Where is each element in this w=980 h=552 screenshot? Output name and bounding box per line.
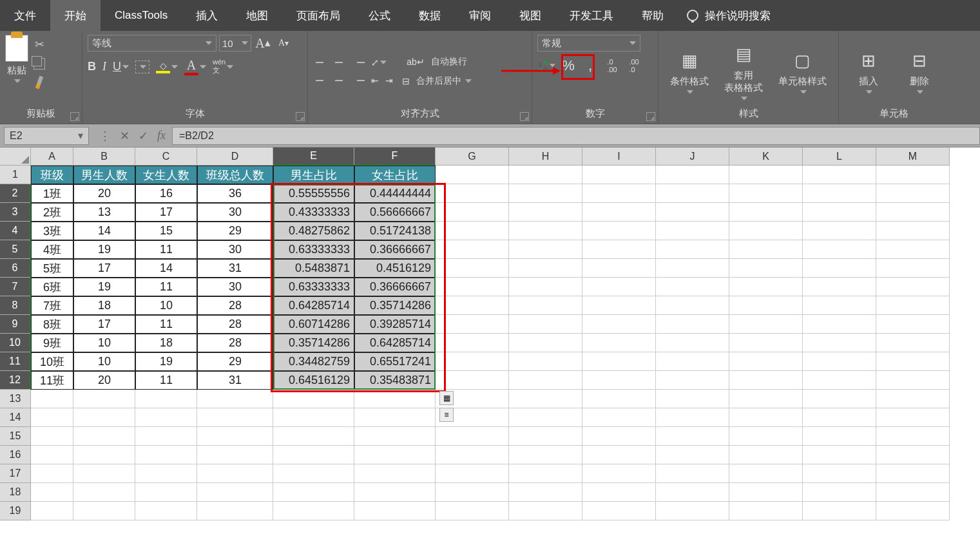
- cell-J3[interactable]: [656, 203, 729, 222]
- cell-B7[interactable]: 19: [73, 278, 135, 296]
- cell-D14[interactable]: [197, 408, 273, 427]
- cell-C13[interactable]: [135, 390, 197, 408]
- cell-E4[interactable]: 0.48275862: [273, 222, 354, 240]
- row-header-7[interactable]: 7: [0, 278, 31, 296]
- cell-E13[interactable]: [273, 390, 354, 408]
- cell-A9[interactable]: 8班: [31, 315, 73, 334]
- cell-G7[interactable]: [436, 278, 509, 296]
- percent-style-button[interactable]: %: [559, 58, 577, 73]
- cell-B6[interactable]: 17: [73, 259, 135, 278]
- cell-C11[interactable]: 19: [135, 352, 197, 371]
- row-header-2[interactable]: 2: [0, 184, 31, 203]
- borders-button[interactable]: [135, 61, 149, 73]
- cell-F14[interactable]: [354, 408, 436, 427]
- cell-H16[interactable]: [509, 446, 582, 464]
- cell-K17[interactable]: [729, 464, 803, 483]
- cell-L12[interactable]: [803, 371, 876, 390]
- cell-E10[interactable]: 0.35714286: [273, 334, 354, 352]
- cell-G9[interactable]: [436, 315, 509, 334]
- decrease-decimal-button[interactable]: .00.0: [625, 58, 643, 73]
- cell-E18[interactable]: [273, 483, 354, 502]
- formula-input[interactable]: =B2/D2: [172, 127, 980, 145]
- cell-H14[interactable]: [509, 408, 582, 427]
- cell-D6[interactable]: 31: [197, 259, 273, 278]
- cell-I1[interactable]: [582, 166, 656, 184]
- col-header-D[interactable]: D: [197, 148, 273, 166]
- tell-me-search[interactable]: 操作说明搜索: [678, 0, 780, 31]
- cell-B12[interactable]: 20: [73, 371, 135, 390]
- cell-M13[interactable]: [876, 390, 950, 408]
- cell-J11[interactable]: [656, 352, 729, 371]
- cell-J7[interactable]: [656, 278, 729, 296]
- cell-L16[interactable]: [803, 446, 876, 464]
- cell-A16[interactable]: [31, 446, 73, 464]
- cell-J8[interactable]: [656, 296, 729, 315]
- phonetic-button[interactable]: wén文: [213, 58, 233, 75]
- cell-L6[interactable]: [803, 259, 876, 278]
- increase-decimal-button[interactable]: .0.00: [603, 58, 621, 73]
- row-header-6[interactable]: 6: [0, 259, 31, 278]
- cell-I18[interactable]: [582, 483, 656, 502]
- cell-E2[interactable]: 0.55555556: [273, 184, 354, 203]
- font-launcher[interactable]: [296, 112, 305, 121]
- cell-G1[interactable]: [436, 166, 509, 184]
- cell-E17[interactable]: [273, 464, 354, 483]
- cell-M2[interactable]: [876, 184, 950, 203]
- cell-K13[interactable]: [729, 390, 803, 408]
- cell-C19[interactable]: [135, 502, 197, 520]
- cell-G11[interactable]: [436, 352, 509, 371]
- increase-font-button[interactable]: A▴: [254, 35, 272, 51]
- format-as-table-button[interactable]: ▤套用 表格格式: [724, 43, 763, 100]
- col-header-C[interactable]: C: [135, 148, 197, 166]
- cell-G15[interactable]: [436, 427, 509, 446]
- cell-J14[interactable]: [656, 408, 729, 427]
- cell-H12[interactable]: [509, 371, 582, 390]
- cell-B2[interactable]: 20: [73, 184, 135, 203]
- cell-C18[interactable]: [135, 483, 197, 502]
- cell-L13[interactable]: [803, 390, 876, 408]
- cell-D18[interactable]: [197, 483, 273, 502]
- cell-B11[interactable]: 10: [73, 352, 135, 371]
- tab-ClassTools[interactable]: ClassTools: [101, 0, 182, 31]
- merge-center-button[interactable]: ⊟合并后居中: [402, 75, 472, 87]
- select-all-corner[interactable]: [0, 148, 31, 166]
- tab-页面布局[interactable]: 页面布局: [282, 0, 354, 31]
- cell-B9[interactable]: 17: [73, 315, 135, 334]
- align-middle-button[interactable]: [332, 57, 345, 68]
- cell-L5[interactable]: [803, 240, 876, 259]
- tab-插入[interactable]: 插入: [182, 0, 232, 31]
- row-header-12[interactable]: 12: [0, 371, 31, 390]
- cell-D16[interactable]: [197, 446, 273, 464]
- comma-style-button[interactable]: ,: [581, 58, 599, 73]
- align-bottom-button[interactable]: [352, 57, 365, 68]
- wrap-text-button[interactable]: ab↵自动换行: [402, 56, 472, 68]
- decrease-indent-button[interactable]: ⇤: [371, 75, 379, 86]
- cell-M19[interactable]: [876, 502, 950, 520]
- row-header-13[interactable]: 13: [0, 390, 31, 408]
- cell-D4[interactable]: 29: [197, 222, 273, 240]
- row-header-8[interactable]: 8: [0, 296, 31, 315]
- cell-D15[interactable]: [197, 427, 273, 446]
- cell-A11[interactable]: 10班: [31, 352, 73, 371]
- cell-C17[interactable]: [135, 464, 197, 483]
- cell-J2[interactable]: [656, 184, 729, 203]
- cell-G17[interactable]: [436, 464, 509, 483]
- cell-B4[interactable]: 14: [73, 222, 135, 240]
- cell-H13[interactable]: [509, 390, 582, 408]
- cell-F10[interactable]: 0.64285714: [354, 334, 436, 352]
- cell-B13[interactable]: [73, 390, 135, 408]
- cell-L11[interactable]: [803, 352, 876, 371]
- cell-E11[interactable]: 0.34482759: [273, 352, 354, 371]
- cell-H19[interactable]: [509, 502, 582, 520]
- font-size-select[interactable]: 10: [219, 35, 251, 52]
- format-painter-button[interactable]: [34, 76, 45, 89]
- cell-I3[interactable]: [582, 203, 656, 222]
- cell-J19[interactable]: [656, 502, 729, 520]
- cell-J17[interactable]: [656, 464, 729, 483]
- spreadsheet-grid[interactable]: ABCDEFGHIJKLM 12345678910111213141516171…: [0, 148, 980, 552]
- cell-D11[interactable]: 29: [197, 352, 273, 371]
- name-box[interactable]: E2▾: [4, 127, 89, 145]
- cell-K19[interactable]: [729, 502, 803, 520]
- row-header-1[interactable]: 1: [0, 166, 31, 184]
- fill-color-button[interactable]: ◇: [156, 61, 178, 73]
